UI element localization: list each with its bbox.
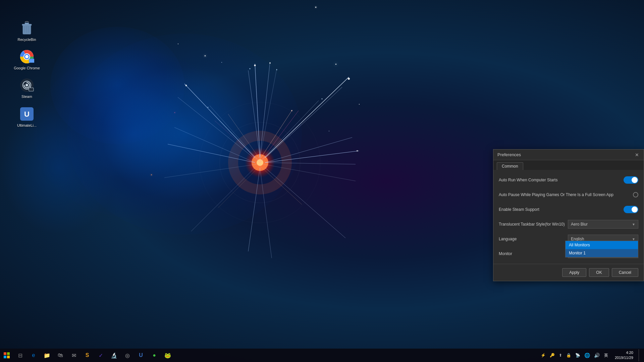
volume-icon[interactable]: 🔊 xyxy=(593,353,601,358)
window-buttons: Apply OK Cancel xyxy=(493,264,644,281)
auto-run-toggle[interactable] xyxy=(624,176,638,184)
apply-button[interactable]: Apply xyxy=(562,268,586,277)
svg-line-7 xyxy=(260,69,277,158)
window-titlebar: Preferences ✕ xyxy=(493,149,644,160)
google-chrome-image xyxy=(19,49,35,65)
monitor-label: Monitor xyxy=(499,251,568,256)
google-chrome-icon[interactable]: Google Chrome xyxy=(13,49,40,70)
svg-point-33 xyxy=(185,85,187,86)
frog-button[interactable]: 🐸 xyxy=(161,349,174,362)
monitor-dropdown-list: All Monitors Monitor 1 xyxy=(565,241,638,257)
language-label: Language xyxy=(499,237,568,241)
taskbar-clock[interactable]: 4:20 2019/11/29 xyxy=(611,350,637,361)
svg-point-40 xyxy=(200,102,320,223)
svg-line-18 xyxy=(178,97,254,158)
desktop: RecycleBin xyxy=(0,0,644,362)
mail-button[interactable]: ✉ xyxy=(67,349,80,362)
svg-point-29 xyxy=(254,65,256,66)
u-app-button[interactable]: U xyxy=(134,349,148,362)
svg-point-34 xyxy=(250,68,251,69)
ultimateli-label: UltimateLi... xyxy=(17,123,37,128)
tab-common[interactable]: Common xyxy=(497,162,523,170)
language-tray-icon[interactable]: 英 xyxy=(603,353,609,358)
svg-rect-60 xyxy=(7,352,10,355)
monitor-option-1[interactable]: Monitor 1 xyxy=(566,249,638,257)
svg-line-20 xyxy=(191,168,255,231)
svg-point-55 xyxy=(25,84,28,86)
svg-line-22 xyxy=(228,114,260,159)
svg-point-30 xyxy=(269,62,271,64)
start-button[interactable] xyxy=(0,349,13,362)
svg-line-9 xyxy=(265,137,352,163)
svg-point-2 xyxy=(257,159,263,166)
svg-line-5 xyxy=(260,62,270,158)
svg-line-6 xyxy=(248,70,260,158)
svg-line-13 xyxy=(248,168,260,251)
network-icon[interactable]: 🌐 xyxy=(583,353,591,358)
svg-rect-43 xyxy=(25,23,29,24)
taskbar-pinned-items: ⊟ e 📁 🛍 ✉ S ✓ 🔬 ◎ U ● 🐸 xyxy=(13,349,536,362)
svg-text:U: U xyxy=(24,110,30,118)
svg-rect-52 xyxy=(29,59,34,63)
steam-icon[interactable]: Steam xyxy=(13,77,40,99)
svg-line-15 xyxy=(265,77,349,158)
taskbar-style-dropdown[interactable]: Aero Blur ▼ xyxy=(568,220,638,229)
recycle-bin-image xyxy=(19,20,35,36)
ok-button[interactable]: OK xyxy=(589,268,609,277)
file-explorer-button[interactable]: 📁 xyxy=(40,349,54,362)
auto-pause-label: Auto Pause While Playing Games Or There … xyxy=(499,192,633,197)
taskbar-style-label: Translucent Taskbar Style(for Win10) xyxy=(499,222,568,227)
taskbar-style-arrow: ▼ xyxy=(632,223,635,226)
svg-point-38 xyxy=(291,110,292,111)
svg-point-39 xyxy=(220,122,300,203)
svg-line-19 xyxy=(265,168,345,238)
auto-pause-setting: Auto Pause While Playing Games Or There … xyxy=(499,190,638,199)
window-close-button[interactable]: ✕ xyxy=(634,152,640,158)
monitor-option-all[interactable]: All Monitors xyxy=(566,241,638,249)
task-view-button[interactable]: ⊟ xyxy=(13,349,27,362)
svg-point-0 xyxy=(245,147,275,178)
ultimateli-image: U xyxy=(19,106,35,122)
svg-point-3 xyxy=(233,136,287,189)
store-button[interactable]: 🛍 xyxy=(54,349,67,362)
tray-icon-3[interactable]: ⬆ xyxy=(558,353,563,358)
svg-line-10 xyxy=(265,163,356,164)
desktop-icons: RecycleBin xyxy=(13,20,40,128)
svg-point-32 xyxy=(357,150,358,152)
window-title: Preferences xyxy=(497,152,521,157)
tray-icon-2[interactable]: 🔑 xyxy=(549,353,556,358)
tray-icon-4[interactable]: 🔒 xyxy=(565,353,572,358)
edge-button[interactable]: e xyxy=(27,349,40,362)
taskbar-style-setting: Translucent Taskbar Style(for Win10) Aer… xyxy=(499,220,638,229)
svg-point-36 xyxy=(322,99,323,100)
vs-button[interactable]: 🔬 xyxy=(107,349,121,362)
auto-pause-radio[interactable] xyxy=(633,192,638,197)
s-app-button[interactable]: S xyxy=(80,349,94,362)
auto-run-label: Auto Run When Computer Starts xyxy=(499,178,624,182)
steam-support-setting: Enable Steam Support xyxy=(499,205,638,214)
chrome-taskbar-button[interactable]: ◎ xyxy=(121,349,134,362)
steam-image xyxy=(19,77,35,93)
svg-rect-61 xyxy=(4,356,6,358)
svg-line-17 xyxy=(184,84,255,158)
recycle-bin-icon[interactable]: RecycleBin xyxy=(13,20,40,42)
svg-line-11 xyxy=(168,144,255,163)
auto-run-setting: Auto Run When Computer Starts xyxy=(499,175,638,185)
check-app-button[interactable]: ✓ xyxy=(94,349,107,362)
steam-support-toggle[interactable] xyxy=(624,206,638,213)
svg-line-14 xyxy=(260,168,272,258)
ultimateli-icon[interactable]: U UltimateLi... xyxy=(13,106,40,128)
recycle-bin-label: RecycleBin xyxy=(17,38,36,42)
svg-line-24 xyxy=(218,166,260,208)
cancel-button[interactable]: Cancel xyxy=(612,268,638,277)
green-app-button[interactable]: ● xyxy=(148,349,161,362)
svg-point-50 xyxy=(25,55,29,58)
tray-icon-5[interactable]: 📡 xyxy=(574,353,581,358)
taskbar: ⊟ e 📁 🛍 ✉ S ✓ 🔬 ◎ U ● 🐸 xyxy=(0,349,644,362)
tray-icon-1[interactable]: ⚡ xyxy=(540,353,547,358)
show-desktop-button[interactable] xyxy=(639,349,641,361)
svg-line-16 xyxy=(267,87,342,157)
steam-label: Steam xyxy=(21,95,32,99)
steam-support-label: Enable Steam Support xyxy=(499,207,624,212)
svg-line-21 xyxy=(260,111,292,159)
